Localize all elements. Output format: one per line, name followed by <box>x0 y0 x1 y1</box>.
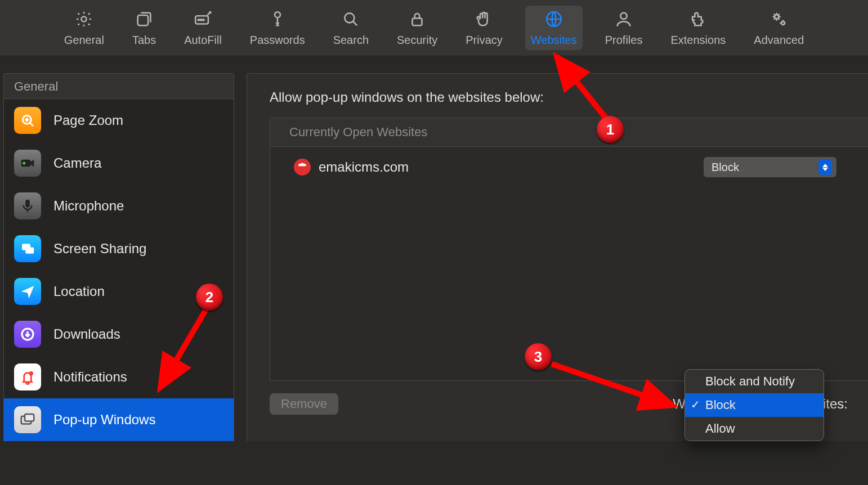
toolbar-security[interactable]: Security <box>391 6 443 50</box>
toolbar-label: Passwords <box>250 34 305 47</box>
site-row[interactable]: emakicms.com Block <box>270 147 868 187</box>
site-setting-dropdown[interactable]: Block <box>704 157 836 177</box>
remove-button[interactable]: Remove <box>270 393 338 415</box>
dropdown-stepper-icon <box>818 159 832 175</box>
svg-point-12 <box>781 21 785 25</box>
bell-icon <box>14 363 41 390</box>
svg-point-20 <box>29 371 34 376</box>
toolbar-extensions[interactable]: Extensions <box>665 6 731 50</box>
microphone-icon <box>14 192 41 219</box>
svg-point-6 <box>275 12 280 17</box>
svg-rect-22 <box>25 414 34 421</box>
download-icon <box>14 321 41 348</box>
location-icon <box>14 278 41 305</box>
sidebar-item-label: Notifications <box>53 369 127 385</box>
sidebar-item-label: Downloads <box>53 326 120 342</box>
setting-popup-menu: Block and Notify Block Allow <box>684 369 824 441</box>
toolbar-advanced[interactable]: Advanced <box>748 6 809 50</box>
globe-icon <box>544 9 564 29</box>
gear-icon <box>74 9 94 29</box>
annotation-marker-3: 3 <box>525 343 552 370</box>
annotation-marker-1: 1 <box>597 116 624 143</box>
profile-icon <box>614 9 634 29</box>
toolbar-label: Search <box>333 34 369 47</box>
svg-rect-1 <box>138 15 148 25</box>
popup-windows-icon <box>14 406 41 433</box>
camera-icon <box>14 150 41 177</box>
sidebar-item-popup-windows[interactable]: Pop-up Windows <box>4 398 234 441</box>
sidebar-item-camera[interactable]: Camera <box>4 142 234 185</box>
hand-icon <box>474 9 494 29</box>
toolbar-general[interactable]: General <box>59 6 110 50</box>
toolbar-label: Websites <box>531 34 577 47</box>
toolbar-tabs[interactable]: Tabs <box>127 6 162 50</box>
preferences-toolbar: General Tabs AutoFill Passwords Search S… <box>0 0 868 56</box>
sidebar-item-label: Microphone <box>53 198 124 214</box>
toolbar-label: Privacy <box>466 34 503 47</box>
svg-point-7 <box>345 13 355 23</box>
svg-point-15 <box>23 162 25 165</box>
toolbar-label: Advanced <box>754 34 804 47</box>
search-icon <box>341 9 361 29</box>
toolbar-label: Security <box>397 34 437 47</box>
toolbar-label: General <box>64 34 104 47</box>
sidebar-item-label: Page Zoom <box>53 113 123 128</box>
menu-item-allow[interactable]: Allow <box>685 417 824 441</box>
menu-item-block[interactable]: Block <box>685 393 824 417</box>
lock-icon <box>407 9 427 29</box>
sidebar-item-screen-sharing[interactable]: Screen Sharing <box>4 227 234 270</box>
svg-rect-8 <box>413 19 422 26</box>
svg-point-0 <box>82 16 87 21</box>
svg-rect-16 <box>25 200 30 208</box>
sidebar-item-page-zoom[interactable]: Page Zoom <box>4 99 234 142</box>
toolbar-profiles[interactable]: Profiles <box>599 6 648 50</box>
svg-point-3 <box>198 19 199 20</box>
sidebar-item-label: Screen Sharing <box>53 241 146 257</box>
svg-point-5 <box>203 19 204 20</box>
svg-point-11 <box>775 15 778 19</box>
toolbar-search[interactable]: Search <box>328 6 374 50</box>
sidebar-item-microphone[interactable]: Microphone <box>4 185 234 227</box>
gears-icon <box>769 9 789 29</box>
annotation-marker-2: 2 <box>196 284 223 311</box>
site-favicon <box>294 159 311 176</box>
toolbar-privacy[interactable]: Privacy <box>460 6 508 50</box>
autofill-icon <box>193 9 213 29</box>
websites-sidebar: General Page Zoom Camera Microphone Scre… <box>3 73 234 441</box>
site-domain: emakicms.com <box>319 159 704 175</box>
main-title: Allow pop-up windows on the websites bel… <box>270 89 868 105</box>
toolbar-label: Tabs <box>132 34 156 47</box>
tabs-icon <box>134 9 154 29</box>
list-header: Currently Open Websites <box>270 118 868 147</box>
toolbar-label: Extensions <box>670 34 726 47</box>
svg-point-10 <box>620 13 627 19</box>
menu-item-block-and-notify[interactable]: Block and Notify <box>685 370 824 393</box>
zoom-icon <box>14 107 41 134</box>
toolbar-passwords[interactable]: Passwords <box>244 6 311 50</box>
sidebar-item-label: Pop-up Windows <box>53 412 155 428</box>
sidebar-item-notifications[interactable]: Notifications <box>4 356 234 398</box>
websites-list: Currently Open Websites emakicms.com Blo… <box>270 118 868 381</box>
sidebar-item-label: Camera <box>53 155 101 171</box>
sidebar-header: General <box>4 74 234 99</box>
svg-rect-18 <box>25 248 34 254</box>
sidebar-item-downloads[interactable]: Downloads <box>4 313 234 356</box>
sidebar-item-label: Location <box>53 284 105 299</box>
dropdown-value: Block <box>712 161 739 174</box>
key-icon <box>267 9 288 29</box>
toolbar-label: Profiles <box>605 34 643 47</box>
screen-sharing-icon <box>14 235 41 262</box>
toolbar-websites[interactable]: Websites <box>525 6 583 50</box>
puzzle-icon <box>688 9 708 29</box>
svg-rect-14 <box>21 160 30 167</box>
toolbar-autofill[interactable]: AutoFill <box>178 6 227 50</box>
toolbar-label: AutoFill <box>184 34 222 47</box>
svg-point-4 <box>201 19 202 20</box>
